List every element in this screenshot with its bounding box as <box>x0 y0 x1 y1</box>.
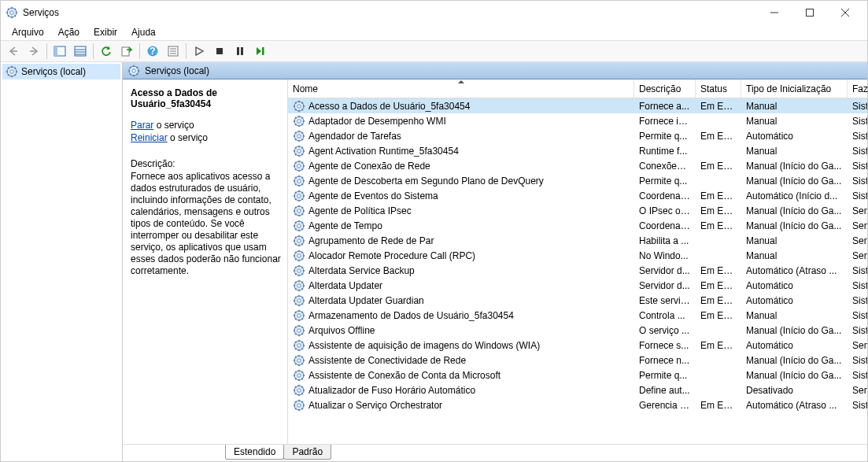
help-button[interactable]: ? <box>143 42 162 61</box>
gear-icon <box>293 100 305 113</box>
service-row[interactable]: Arquivos OfflineO serviço ...Manual (Iní… <box>288 323 867 338</box>
detail-view-button[interactable] <box>71 42 90 61</box>
menu-help[interactable]: Ajuda <box>125 25 162 39</box>
column-header-logon[interactable]: Fazer <box>848 79 868 98</box>
service-row[interactable]: Atualizador de Fuso Horário AutomáticoDe… <box>288 383 867 397</box>
cell-name: Agente de Tempo <box>288 220 634 232</box>
service-row[interactable]: Alocador Remote Procedure Call (RPC)No W… <box>288 248 867 263</box>
service-row[interactable]: Agent Activation Runtime_5fa30454Runtime… <box>288 143 867 158</box>
service-row[interactable]: Agente de Descoberta em Segundo Plano de… <box>288 173 867 188</box>
cell-startup: Automático (Atraso ... <box>741 400 848 411</box>
export-list-button[interactable] <box>117 42 136 61</box>
column-header-name[interactable]: Nome <box>288 79 634 98</box>
service-row[interactable]: Alterdata Service BackupServidor d...Em … <box>288 263 867 278</box>
svg-rect-32 <box>262 47 264 55</box>
restart-service-suffix: o serviço <box>168 132 208 143</box>
service-row[interactable]: Armazenamento de Dados de Usuário_5fa304… <box>288 308 867 323</box>
cell-description: Fornece a... <box>634 101 696 112</box>
refresh-button[interactable] <box>97 42 116 61</box>
description-text: Fornece aos aplicativos acesso a dados e… <box>131 171 281 277</box>
cell-startup: Manual (Início do Ga... <box>741 355 848 366</box>
service-row[interactable]: Agente de TempoCoordena ...Em Exe...Manu… <box>288 218 867 233</box>
tree-item-label: Serviços (local) <box>21 66 86 77</box>
stop-service-link[interactable]: Parar <box>131 120 153 131</box>
tab-extended[interactable]: Estendido <box>225 445 284 460</box>
service-row[interactable]: Agrupamento de Rede de ParHabilita a ...… <box>288 233 867 248</box>
column-header-description[interactable]: Descrição <box>634 79 696 98</box>
cell-logon: Serviç <box>848 385 867 396</box>
service-row[interactable]: Agente de Eventos do SistemaCoordena ...… <box>288 188 867 203</box>
cell-startup: Automático <box>741 131 848 142</box>
cell-logon: Serviç <box>848 250 867 261</box>
service-row[interactable]: Agente de Conexão de RedeConexões ...Em … <box>288 158 867 173</box>
tree-item-services-local[interactable]: Serviços (local) <box>2 64 120 79</box>
forward-button[interactable] <box>24 42 43 61</box>
description-label: Descrição: <box>131 158 281 169</box>
menu-action[interactable]: Ação <box>52 25 86 39</box>
cell-description: Conexões ... <box>634 161 696 172</box>
gear-icon <box>293 399 305 412</box>
back-button[interactable] <box>4 42 23 61</box>
service-rows[interactable]: Acesso a Dados de Usuário_5fa30454Fornec… <box>288 98 867 444</box>
menu-file[interactable]: Arquivo <box>6 25 50 39</box>
cell-startup: Manual <box>741 116 848 127</box>
cell-startup: Manual (Início do Ga... <box>741 176 848 187</box>
service-row[interactable]: Assistente de aquisição de imagens do Wi… <box>288 338 867 353</box>
gear-icon <box>293 384 305 397</box>
service-row[interactable]: Atualizar o Serviço OrchestratorGerencia… <box>288 397 867 412</box>
service-row[interactable]: Adaptador de Desempenho WMIFornece in...… <box>288 113 867 128</box>
service-name: Assistente de Conexão de Conta da Micros… <box>308 370 500 381</box>
cell-startup: Manual (Início do Ga... <box>741 205 848 216</box>
properties-button[interactable] <box>164 42 183 61</box>
cell-logon: Sister <box>848 161 867 172</box>
menu-view[interactable]: Exibir <box>87 25 124 39</box>
restart-service-button[interactable] <box>251 42 270 61</box>
service-row[interactable]: Agente de Política IPsecO IPsec of...Em … <box>288 203 867 218</box>
cell-status: Em Exe... <box>696 205 741 216</box>
cell-startup: Manual (Início do Ga... <box>741 220 848 231</box>
menubar: Arquivo Ação Exibir Ajuda <box>1 24 867 40</box>
svg-rect-17 <box>54 46 57 56</box>
column-header-status[interactable]: Status <box>696 79 741 98</box>
svg-rect-31 <box>241 47 243 55</box>
cell-description: Fornece n... <box>634 355 696 366</box>
maximize-button[interactable] <box>792 2 827 24</box>
service-actions: Parar o serviço Reiniciar o serviço <box>131 119 281 144</box>
pause-service-button[interactable] <box>231 42 249 61</box>
service-name: Agent Activation Runtime_5fa30454 <box>308 146 459 157</box>
service-row[interactable]: Agendador de TarefasPermite q...Em Exe..… <box>288 128 867 143</box>
cell-status: Em Exe... <box>696 340 741 351</box>
column-header-startup[interactable]: Tipo de Inicialização <box>741 79 848 98</box>
service-name: Alterdata Updater <box>308 280 382 291</box>
cell-description: Runtime f... <box>634 146 696 157</box>
minimize-button[interactable] <box>756 2 792 24</box>
cell-logon: Sister <box>848 325 867 336</box>
cell-status: Em Exe... <box>696 190 741 201</box>
stop-service-button[interactable] <box>210 42 229 61</box>
service-row[interactable]: Assistente de Conectividade de RedeForne… <box>288 353 867 368</box>
cell-status: Em Exe... <box>696 295 741 306</box>
cell-startup: Manual <box>741 101 848 112</box>
restart-service-link[interactable]: Reiniciar <box>131 132 168 143</box>
section-header: Serviços (local) <box>123 62 867 79</box>
service-row[interactable]: Alterdata UpdaterServidor d...Em Exe...A… <box>288 278 867 293</box>
gear-icon <box>293 145 305 157</box>
service-row[interactable]: Acesso a Dados de Usuário_5fa30454Fornec… <box>288 98 867 113</box>
gear-icon <box>293 369 305 382</box>
close-button[interactable] <box>827 2 862 24</box>
gear-icon <box>293 279 305 292</box>
cell-logon: Sister <box>848 280 867 291</box>
service-name: Agente de Eventos do Sistema <box>308 190 438 201</box>
cell-startup: Manual (Início do Ga... <box>741 370 848 381</box>
cell-description: Permite q... <box>634 370 696 381</box>
cell-logon: Sister <box>848 310 867 321</box>
tab-standard[interactable]: Padrão <box>283 445 331 460</box>
gear-icon <box>6 65 18 78</box>
start-service-button[interactable] <box>190 42 209 61</box>
show-hide-tree-button[interactable] <box>50 42 69 61</box>
list-body: Acesso a Dados de Usuário_5fa30454Fornec… <box>288 98 867 444</box>
service-row[interactable]: Alterdata Updater GuardianEste serviç...… <box>288 293 867 308</box>
gear-icon <box>293 220 305 232</box>
service-name: Agente de Política IPsec <box>308 205 412 216</box>
service-row[interactable]: Assistente de Conexão de Conta da Micros… <box>288 368 867 383</box>
